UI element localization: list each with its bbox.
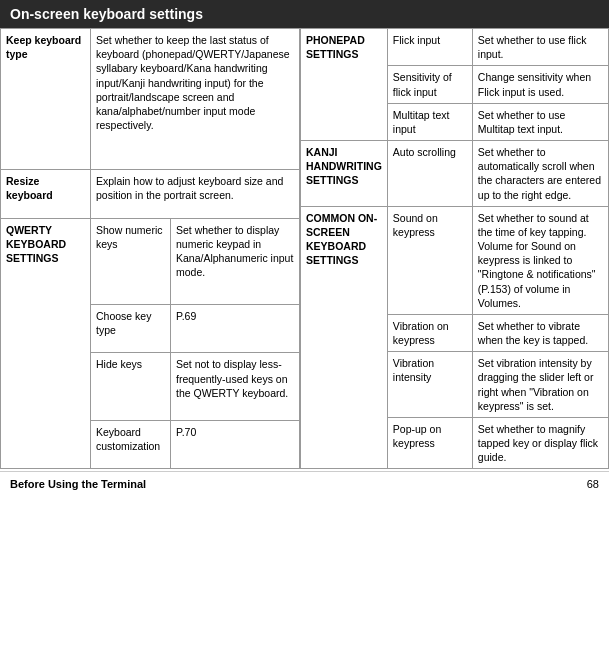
- right-table-row: KANJI HANDWRITING SETTINGSAuto scrolling…: [301, 141, 609, 207]
- right-desc: Change sensitivity when Flick input is u…: [472, 66, 608, 103]
- left-col3: Set whether to keep the last status of k…: [91, 29, 300, 170]
- left-table-row: Keep keyboard typeSet whether to keep th…: [1, 29, 300, 170]
- left-col2: Keyboard customization: [91, 420, 171, 469]
- main-content: Keep keyboard typeSet whether to keep th…: [0, 28, 609, 469]
- right-sub-item: Sensitivity of flick input: [387, 66, 472, 103]
- page-container: On-screen keyboard settings Keep keyboar…: [0, 0, 609, 496]
- right-desc: Set whether to use Multitap text input.: [472, 103, 608, 140]
- left-col1: Resize keyboard: [1, 170, 91, 219]
- left-col2: Show numeric keys: [91, 218, 171, 304]
- footer-label: Before Using the Terminal: [10, 478, 146, 490]
- left-col2: Hide keys: [91, 353, 171, 420]
- right-sub-item: Sound on keypress: [387, 206, 472, 314]
- footer: Before Using the Terminal 68: [0, 471, 609, 496]
- right-sub-item: Vibration intensity: [387, 352, 472, 418]
- right-section-header: KANJI HANDWRITING SETTINGS: [301, 141, 388, 207]
- left-table: Keep keyboard typeSet whether to keep th…: [0, 28, 300, 469]
- right-sub-item: Flick input: [387, 29, 472, 66]
- right-desc: Set whether to magnify tapped key or dis…: [472, 417, 608, 469]
- left-col3: Set whether to display numeric keypad in…: [171, 218, 300, 304]
- right-sub-item: Vibration on keypress: [387, 314, 472, 351]
- left-col3: P.70: [171, 420, 300, 469]
- left-col3: Set not to display less-frequently-used …: [171, 353, 300, 420]
- right-sub-item: Auto scrolling: [387, 141, 472, 207]
- left-table-row: QWERTY KEYBOARD SETTINGSShow numeric key…: [1, 218, 300, 304]
- right-table-row: COMMON ON-SCREEN KEYBOARD SETTINGSSound …: [301, 206, 609, 314]
- left-table-row: Resize keyboardExplain how to adjust key…: [1, 170, 300, 219]
- right-desc: Set whether to automatically scroll when…: [472, 141, 608, 207]
- page-header: On-screen keyboard settings: [0, 0, 609, 28]
- right-desc: Set whether to use flick input.: [472, 29, 608, 66]
- left-col1: Keep keyboard type: [1, 29, 91, 170]
- left-col1: QWERTY KEYBOARD SETTINGS: [1, 218, 91, 469]
- left-col3: P.69: [171, 304, 300, 353]
- right-desc: Set whether to vibrate when the key is t…: [472, 314, 608, 351]
- page-title: On-screen keyboard settings: [10, 6, 203, 22]
- right-desc: Set whether to sound at the time of key …: [472, 206, 608, 314]
- left-col3: Explain how to adjust keyboard size and …: [91, 170, 300, 219]
- right-table-row: PHONEPAD SETTINGSFlick inputSet whether …: [301, 29, 609, 66]
- right-sub-item: Pop-up on keypress: [387, 417, 472, 469]
- left-col2: Choose key type: [91, 304, 171, 353]
- right-section-header: PHONEPAD SETTINGS: [301, 29, 388, 141]
- right-sub-item: Multitap text input: [387, 103, 472, 140]
- right-table: PHONEPAD SETTINGSFlick inputSet whether …: [300, 28, 609, 469]
- footer-page: 68: [587, 478, 599, 490]
- right-section-header: COMMON ON-SCREEN KEYBOARD SETTINGS: [301, 206, 388, 469]
- right-desc: Set vibration intensity by dragging the …: [472, 352, 608, 418]
